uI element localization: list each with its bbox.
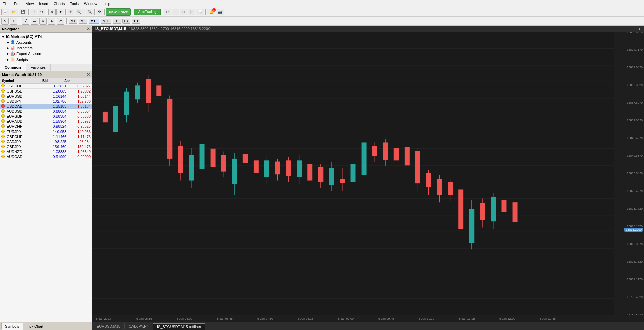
tab-common[interactable]: Common — [0, 64, 26, 71]
text-tool[interactable]: A — [48, 18, 55, 25]
market-watch-title: Market Watch 10:21:19 — [2, 73, 42, 77]
tab-tick-chart[interactable]: Tick Chart — [23, 323, 47, 330]
tab-symbols[interactable]: Symbols — [1, 323, 23, 330]
period-sep-button[interactable]: |↑ — [188, 9, 195, 15]
market-watch-close[interactable]: ✕ — [87, 72, 90, 77]
print-preview-button[interactable]: 👁 — [56, 9, 64, 15]
undo-button[interactable]: ↩ — [30, 9, 37, 15]
navigator-close[interactable]: ✕ — [87, 27, 90, 31]
col-bid: Bid — [42, 79, 64, 83]
chart-tab-cadjpy[interactable]: CADJPY,H4 — [125, 323, 153, 329]
bid-price: 140.953 — [42, 130, 66, 134]
hline-tool[interactable]: — — [31, 18, 38, 25]
chart-tab-eurusd[interactable]: EURUSD,M15 — [92, 323, 125, 329]
svg-rect-91 — [480, 203, 485, 220]
ask-price: 1.11473 — [66, 135, 91, 139]
crosshair-tool[interactable]: + — [10, 18, 17, 25]
price-label: 16818.1370 — [627, 225, 643, 228]
market-watch-row[interactable]: EURAUD 1.55964 1.55977 — [0, 119, 92, 124]
tf-m1[interactable]: M1 — [69, 19, 77, 24]
autoscroll-button[interactable]: ↔ — [172, 9, 179, 15]
market-watch-row[interactable]: GBPCHF 1.11466 1.11473 — [0, 134, 92, 139]
nav-item-accounts[interactable]: ▶ 👤 Accounts — [0, 39, 92, 45]
open-button[interactable]: 📂 — [10, 9, 18, 15]
market-watch-row[interactable]: USDJPY 132.786 132.786 — [0, 99, 92, 104]
menu-file[interactable]: File — [0, 1, 11, 6]
market-watch-row[interactable]: EURCHF 0.98524 0.98525 — [0, 124, 92, 129]
menu-window[interactable]: Window — [81, 1, 100, 6]
nav-item-experts[interactable]: ▶ 🤖 Expert Advisors — [0, 51, 92, 57]
autotrading-button[interactable]: AutoTrading — [134, 9, 161, 15]
market-watch-row[interactable]: GBPJPY 159.460 159.473 — [0, 144, 92, 149]
tf-m30[interactable]: M30 — [101, 19, 111, 24]
market-watch-row[interactable]: EURGBP 0.88384 0.88388 — [0, 114, 92, 119]
svg-rect-77 — [405, 147, 410, 165]
line-tool[interactable]: ╱ — [22, 18, 29, 25]
bid-price: 1.35183 — [42, 104, 66, 108]
svg-rect-97 — [513, 202, 518, 222]
screenshot-button[interactable]: 📷 — [216, 9, 224, 15]
zoom-in-button[interactable]: 🔍+ — [75, 9, 85, 15]
market-watch-row[interactable]: AUDUSD 0.68054 0.68054 — [0, 109, 92, 114]
symbol-name: USDCAD — [7, 104, 42, 108]
menu-edit[interactable]: Edit — [11, 1, 23, 6]
draw-tool[interactable]: ✏ — [39, 18, 47, 25]
crosshair-button[interactable]: ✛ — [67, 9, 74, 15]
menu-tools[interactable]: Tools — [67, 1, 81, 6]
market-watch: Market Watch 10:21:19 ✕ Symbol Bid Ask U… — [0, 71, 92, 322]
svg-rect-55 — [286, 160, 291, 176]
market-watch-table: USDCHF 0.92821 0.92827 GBPUSD 1.20089 1.… — [0, 84, 92, 322]
nav-item-scripts[interactable]: ▶ 📜 Scripts — [0, 57, 92, 62]
symbol-dot — [1, 99, 7, 103]
market-watch-row[interactable]: USDCHF 0.92821 0.92827 — [0, 84, 92, 89]
svg-rect-75 — [394, 148, 399, 161]
cursor-tool[interactable]: ↖ — [1, 18, 9, 25]
market-watch-row[interactable]: USDCAD 1.35183 1.35184 — [0, 104, 92, 109]
market-watch-row[interactable]: EURJPY 140.953 140.956 — [0, 129, 92, 134]
market-watch-row[interactable]: CADJPY 98.225 98.234 — [0, 139, 92, 144]
menu-charts[interactable]: Charts — [51, 1, 67, 6]
navigator-title: Navigator — [2, 27, 19, 31]
nav-item-indicators[interactable]: ▶ 📊 Indicators — [0, 45, 92, 51]
svg-rect-83 — [437, 179, 442, 195]
tf-m15[interactable]: M15 — [89, 19, 99, 24]
market-watch-row[interactable]: AUDNZD 1.08338 1.08349 — [0, 149, 92, 154]
menu-insert[interactable]: Insert — [36, 1, 51, 6]
time-label-9: 5 Jan 11:15 — [459, 317, 475, 320]
chart-tab-btcusdt[interactable]: IS_BTCUSDT,M15 (offline) — [153, 323, 205, 330]
chart-dropdown-arrow[interactable]: ▼ — [638, 27, 641, 31]
tf-h1[interactable]: H1 — [113, 19, 121, 24]
menu-view[interactable]: View — [23, 1, 37, 6]
svg-rect-43 — [221, 155, 226, 171]
time-label-4: 5 Jan 07:30 — [257, 317, 273, 320]
chart-shift-button[interactable]: ↦ — [164, 9, 171, 15]
properties-button[interactable]: ⚙ — [96, 9, 103, 15]
label-tool[interactable]: 🏷 — [57, 18, 64, 25]
symbol-dot — [1, 140, 7, 144]
notifications-button[interactable]: 🔔1 — [207, 9, 215, 15]
tab-favorites[interactable]: Favorites — [26, 64, 51, 71]
print-button[interactable]: 🖨 — [48, 9, 56, 15]
tf-d1[interactable]: D1 — [132, 19, 140, 24]
zoom-reset-button[interactable]: ⊡ — [180, 9, 187, 15]
price-chart-button[interactable]: 📊 — [196, 9, 204, 15]
tf-h4[interactable]: H4 — [122, 19, 131, 24]
market-watch-row[interactable]: EURUSD 1.06144 1.06144 — [0, 94, 92, 99]
save-button[interactable]: 💾 — [19, 9, 27, 15]
new-order-button[interactable]: New Order — [106, 8, 131, 16]
time-label-2: 5 Jan 06:00 — [177, 317, 192, 320]
nav-tabs: Common Favorites — [0, 64, 92, 71]
market-watch-row[interactable]: GBPUSD 1.20089 1.20092 — [0, 89, 92, 94]
menu-help[interactable]: Help — [100, 1, 113, 6]
zoom-out-button[interactable]: 🔍- — [86, 9, 95, 15]
bottom-tabs: Symbols Tick Chart — [0, 322, 92, 330]
price-label: 16863.3320 — [627, 83, 643, 87]
price-label: 16840.6370 — [627, 154, 643, 157]
new-chart-button[interactable]: 📈 — [1, 9, 9, 15]
candle-area[interactable] — [92, 32, 614, 315]
bid-price: 1.55964 — [42, 119, 66, 123]
tf-m5[interactable]: M5 — [79, 19, 87, 24]
svg-rect-59 — [307, 164, 312, 180]
redo-button[interactable]: ↪ — [38, 9, 45, 15]
market-watch-row[interactable]: AUDCAD 0.91990 0.92000 — [0, 154, 92, 159]
